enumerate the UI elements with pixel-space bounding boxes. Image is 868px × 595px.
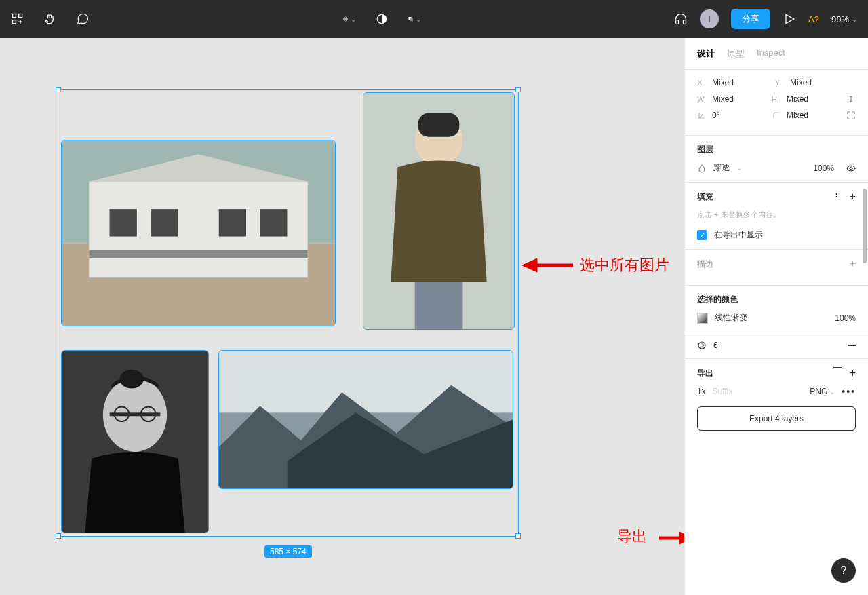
- comment-icon[interactable]: [76, 12, 90, 26]
- dimension-badge: 585 × 574: [264, 545, 312, 558]
- layer-title: 图层: [697, 144, 713, 155]
- export-title: 导出: [697, 368, 713, 379]
- resize-handle[interactable]: [56, 87, 61, 92]
- svg-point-35: [698, 342, 705, 349]
- annotation-text: 导出: [617, 526, 647, 547]
- remove-export-button[interactable]: [833, 367, 842, 368]
- corner-input[interactable]: Mixed: [787, 111, 808, 120]
- independent-corners-icon[interactable]: [846, 111, 856, 120]
- selection-colors-title: 选择的颜色: [697, 294, 738, 305]
- avatar[interactable]: I: [700, 9, 719, 28]
- svg-marker-6: [786, 14, 794, 23]
- fill-section: 填充∷+ 点击 + 来替换多个内容。 ✓ 在导出中显示: [685, 183, 868, 250]
- panel-tabs: 设计 原型 Inspect: [685, 38, 868, 70]
- h-input[interactable]: Mixed: [787, 94, 808, 104]
- export-section: 导出+ 1x Suffix PNG⌄ ••• Export 4 layers: [685, 359, 868, 439]
- mask-icon[interactable]: [375, 12, 389, 26]
- play-icon[interactable]: [783, 12, 796, 26]
- stroke-title: 描边: [697, 258, 713, 270]
- export-button[interactable]: Export 4 layers: [697, 406, 856, 431]
- zoom-control[interactable]: 99%⌄: [831, 14, 857, 24]
- add-fill-button[interactable]: +: [850, 191, 856, 203]
- x-input[interactable]: Mixed: [712, 78, 734, 88]
- top-toolbar: ⌄ ⌄ I 分享 A? 99%⌄: [0, 0, 868, 38]
- corner-icon: [772, 111, 781, 120]
- styles-icon[interactable]: ∷: [835, 191, 842, 203]
- headphones-icon[interactable]: [674, 12, 688, 26]
- svg-rect-18: [418, 113, 460, 137]
- effects-icon: [697, 341, 707, 350]
- right-panel: 设计 原型 Inspect XMixed YMixed WMixed HMixe…: [684, 38, 868, 595]
- svg-rect-13: [219, 209, 246, 236]
- opacity-input[interactable]: 100%: [813, 164, 834, 173]
- svg-rect-0: [13, 14, 16, 18]
- svg-rect-19: [415, 282, 463, 329]
- layer-section: 图层 穿透 ⌄ 100%: [685, 136, 868, 183]
- checkbox-label: 在导出中显示: [714, 229, 763, 241]
- blend-mode-select[interactable]: 穿透: [713, 162, 730, 174]
- tab-design[interactable]: 设计: [697, 47, 715, 60]
- svg-rect-2: [13, 20, 16, 24]
- svg-rect-15: [89, 250, 307, 258]
- canvas[interactable]: 585 × 574 选中所有图片 导出: [0, 38, 684, 595]
- y-label: Y: [775, 79, 785, 87]
- fill-title: 填充: [697, 191, 713, 203]
- tab-inspect[interactable]: Inspect: [757, 47, 785, 60]
- remove-effect-button[interactable]: [848, 345, 856, 346]
- show-in-export-checkbox[interactable]: ✓: [697, 230, 707, 240]
- tab-prototype[interactable]: 原型: [727, 47, 745, 60]
- resize-handle[interactable]: [515, 533, 521, 539]
- resize-handle[interactable]: [515, 87, 521, 92]
- hand-icon[interactable]: [43, 12, 57, 26]
- w-label: W: [697, 95, 707, 103]
- image-frame[interactable]: [61, 140, 336, 326]
- annotation-text: 选中所有图片: [580, 255, 669, 275]
- svg-point-22: [119, 370, 143, 389]
- boolean-icon[interactable]: ⌄: [408, 12, 421, 26]
- image-frame[interactable]: [363, 92, 515, 330]
- stroke-section: 描边+: [685, 250, 868, 286]
- image-frame[interactable]: [218, 350, 513, 489]
- add-export-button[interactable]: +: [850, 367, 856, 379]
- selection-colors-section: 选择的颜色 线性渐变 100%: [685, 286, 868, 332]
- diamond-icon[interactable]: ⌄: [342, 12, 356, 26]
- svg-rect-11: [110, 209, 137, 236]
- angle-icon: [697, 111, 707, 120]
- components-icon[interactable]: [11, 12, 24, 26]
- color-opacity[interactable]: 100%: [835, 313, 856, 323]
- h-label: H: [772, 95, 781, 103]
- missing-fonts-badge[interactable]: A?: [808, 14, 819, 24]
- svg-point-36: [701, 344, 703, 347]
- svg-rect-14: [260, 209, 287, 236]
- add-stroke-button[interactable]: +: [850, 258, 856, 270]
- help-button[interactable]: ?: [831, 558, 856, 583]
- annotation-arrow-icon: [522, 255, 573, 275]
- resize-handle[interactable]: [56, 533, 61, 539]
- w-input[interactable]: Mixed: [712, 94, 734, 104]
- blend-icon: [697, 164, 707, 173]
- rotation-input[interactable]: 0°: [712, 111, 719, 120]
- y-input[interactable]: Mixed: [790, 78, 812, 88]
- export-settings-icon[interactable]: •••: [842, 386, 856, 397]
- effects-section: 6: [685, 332, 868, 359]
- effects-count: 6: [713, 341, 718, 350]
- x-label: X: [697, 79, 707, 87]
- svg-rect-1: [19, 14, 22, 18]
- fill-hint: 点击 + 来替换多个内容。: [697, 210, 856, 220]
- link-icon[interactable]: [846, 94, 856, 104]
- eye-icon[interactable]: [846, 164, 856, 173]
- export-suffix-input[interactable]: Suffix: [713, 387, 804, 396]
- svg-marker-31: [522, 258, 537, 272]
- color-swatch[interactable]: [697, 313, 708, 324]
- color-type: 线性渐变: [715, 312, 747, 324]
- export-scale-select[interactable]: 1x: [697, 387, 706, 396]
- share-button[interactable]: 分享: [731, 9, 770, 29]
- svg-rect-5: [410, 18, 413, 21]
- image-frame[interactable]: [61, 350, 209, 533]
- scrollbar-thumb[interactable]: [863, 189, 867, 263]
- svg-rect-23: [110, 412, 161, 416]
- export-format-select[interactable]: PNG⌄: [810, 387, 835, 396]
- svg-rect-12: [151, 209, 178, 236]
- transform-section: XMixed YMixed WMixed HMixed 0° Mixed: [685, 70, 868, 136]
- svg-point-34: [850, 167, 852, 170]
